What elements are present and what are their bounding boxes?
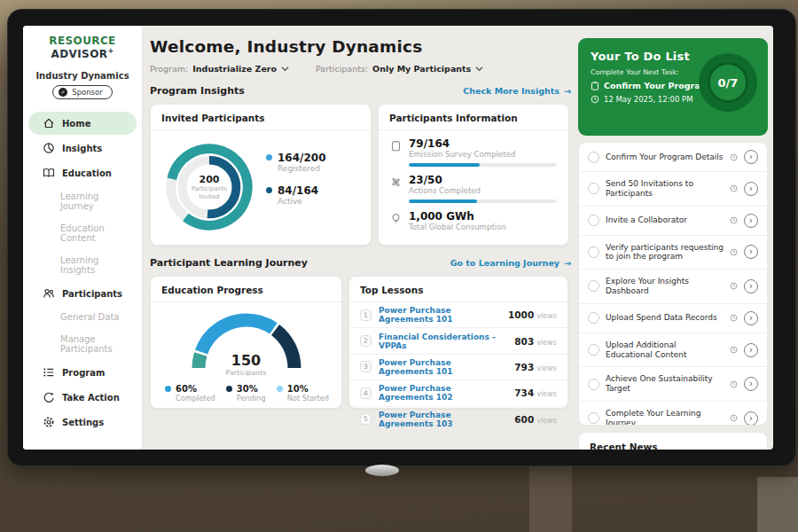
todo-checkbox[interactable] xyxy=(588,183,599,194)
link-label: Check More Insights xyxy=(463,86,559,96)
lesson-link[interactable]: Power Purchase Agreements 102 xyxy=(379,384,507,402)
emission-survey-label: Emission Survey Completed xyxy=(409,150,557,159)
lesson-rank: 5 xyxy=(360,413,372,425)
sidebar-item-home[interactable]: Home xyxy=(28,112,137,135)
recent-news-title: Recent News xyxy=(579,433,767,450)
todo-go-button[interactable]: › xyxy=(744,377,758,391)
lesson-row: 5 Power Purchase Agreements 103 600 view… xyxy=(349,407,567,432)
sidebar-item-program[interactable]: Program xyxy=(28,361,137,384)
legend-active: 84/164 Active xyxy=(266,184,325,206)
nav-label: Learning Insights xyxy=(60,255,129,275)
emission-survey-value: 79/164 xyxy=(409,137,557,150)
completed-label: Completed xyxy=(176,394,215,403)
not-started-label: Not Started xyxy=(287,394,329,403)
arrow-right-icon: → xyxy=(564,86,571,96)
check-more-insights-link[interactable]: Check More Insights → xyxy=(463,86,571,96)
todo-label: Explore Your Insights Dashboard xyxy=(606,277,724,296)
go-to-learning-journey-link[interactable]: Go to Learning Journey → xyxy=(450,258,571,268)
sidebar-item-manage-participants[interactable]: Manage Participants xyxy=(28,329,137,359)
insights-icon xyxy=(43,142,55,154)
registered-value: 164/200 xyxy=(278,152,325,164)
program-dropdown[interactable]: Program: Industrialize Zero xyxy=(150,64,289,74)
card-title: Top Lessons xyxy=(349,277,567,302)
todo-checkbox[interactable] xyxy=(588,215,599,226)
nav-label: Home xyxy=(62,119,90,129)
consumption-value: 1,000 GWh xyxy=(409,210,557,223)
todo-checkbox[interactable] xyxy=(588,312,599,324)
todo-item: Upload Additional Educational Content › xyxy=(579,333,767,368)
lesson-views: 1000 xyxy=(508,309,534,320)
sponsor-label: Sponsor xyxy=(72,88,103,97)
sidebar-item-learning-insights[interactable]: Learning Insights xyxy=(28,250,137,280)
todo-label: Invite a Collaborator xyxy=(606,215,724,225)
clock-icon xyxy=(730,248,738,256)
clipboard-icon xyxy=(591,82,599,90)
donut-legend: 164/200 Registered 84/164 Active xyxy=(266,152,325,217)
sidebar-item-education-content[interactable]: Education Content xyxy=(28,218,137,248)
participants-label: Participants: xyxy=(316,64,368,74)
todo-item: Send 50 Invitations to Participants › xyxy=(579,172,767,207)
todo-item: Verify participants requesting to join t… xyxy=(579,236,767,270)
todo-go-button[interactable]: › xyxy=(744,182,758,196)
nav-label: Settings xyxy=(62,418,104,427)
todo-go-button[interactable]: › xyxy=(744,311,758,325)
todo-checkbox[interactable] xyxy=(588,246,599,258)
todo-go-button[interactable]: › xyxy=(744,150,758,164)
sidebar: RESOURCE ADVISOR+ Industry Dynamics ✓ Sp… xyxy=(23,26,143,450)
views-word: views xyxy=(536,390,557,398)
todo-go-button[interactable]: › xyxy=(744,411,758,426)
lesson-link[interactable]: Power Purchase Agreements 101 xyxy=(379,306,501,324)
program-insights-title: Program Insights xyxy=(150,85,245,97)
sidebar-item-education[interactable]: Education xyxy=(28,161,137,184)
sidebar-item-settings[interactable]: Settings xyxy=(28,411,137,434)
pending-label: Pending xyxy=(237,394,266,403)
todo-checkbox[interactable] xyxy=(588,344,599,356)
todo-label: Upload Additional Educational Content xyxy=(606,340,724,360)
info-rows: 79/164 Emission Survey Completed 23/50 A… xyxy=(379,130,568,231)
todo-label: Confirm Your Program Details xyxy=(606,153,724,162)
todo-go-button[interactable]: › xyxy=(744,343,758,357)
clock-icon xyxy=(730,282,738,290)
background-corner xyxy=(757,477,798,532)
todo-checkbox[interactable] xyxy=(588,152,599,163)
sidebar-item-general-data[interactable]: General Data xyxy=(28,307,137,327)
lesson-rank: 2 xyxy=(360,335,372,347)
clock-icon xyxy=(730,346,738,354)
card-title: Education Progress xyxy=(151,277,341,302)
todo-go-button[interactable]: › xyxy=(744,245,758,259)
todo-go-button[interactable]: › xyxy=(744,214,758,228)
lesson-link[interactable]: Power Purchase Agreements 101 xyxy=(379,358,507,376)
sponsor-badge[interactable]: ✓ Sponsor xyxy=(52,85,113,99)
chevron-down-icon xyxy=(281,66,289,72)
card-title: Participants Information xyxy=(379,105,568,130)
participants-information-card: Participants Information 79/164 Emission… xyxy=(378,104,569,246)
brand-logo: RESOURCE ADVISOR+ xyxy=(23,26,142,60)
actions-completed-row: 23/50 Actions Completed xyxy=(390,174,557,203)
card-title: Invited Participants xyxy=(151,105,371,130)
sidebar-item-participants[interactable]: Participants xyxy=(28,282,137,305)
active-dot xyxy=(266,187,272,193)
sidebar-item-take-action[interactable]: Take Action xyxy=(28,386,137,409)
sidebar-item-insights[interactable]: Insights xyxy=(28,137,137,160)
legend-not-started: 10% Not Started xyxy=(277,384,329,403)
survey-icon xyxy=(390,140,402,152)
legend-registered: 164/200 Registered xyxy=(266,152,325,173)
education-icon xyxy=(43,167,55,179)
clock-icon xyxy=(730,414,738,422)
todo-checkbox[interactable] xyxy=(588,412,599,424)
todo-checkbox[interactable] xyxy=(588,379,599,390)
lesson-link[interactable]: Financial Considerations - VPPAs xyxy=(379,332,507,350)
invited-participants-card: Invited Participants 200 Partic xyxy=(150,104,372,246)
participants-dropdown[interactable]: Participants: Only My Participants xyxy=(316,64,483,74)
brand-superscript: + xyxy=(107,47,113,55)
lesson-rank: 3 xyxy=(360,361,372,372)
nav-label: Learning Journey xyxy=(60,192,129,211)
todo-go-button[interactable]: › xyxy=(744,279,758,293)
sidebar-item-learning-journey[interactable]: Learning Journey xyxy=(28,186,137,216)
completed-dot xyxy=(165,386,171,392)
todo-hero-card: Your To Do List Complete Your Next Task:… xyxy=(578,38,768,136)
lesson-link[interactable]: Power Purchase Agreements 103 xyxy=(379,411,507,428)
brand-secondary: ADVISOR xyxy=(51,48,108,60)
lesson-row: 4 Power Purchase Agreements 102 734 view… xyxy=(349,380,567,406)
todo-checkbox[interactable] xyxy=(588,280,599,292)
